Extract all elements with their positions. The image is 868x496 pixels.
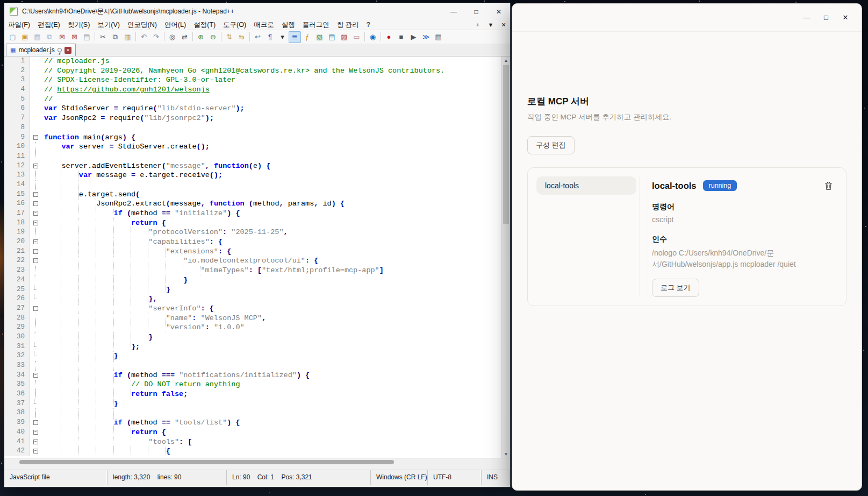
maximize-button[interactable]: □ [465,3,487,20]
menu-item[interactable]: 창 관리 [333,20,363,30]
document-map-icon[interactable]: ▧ [313,31,326,43]
folder-as-workspace-icon[interactable]: ▨ [338,31,350,43]
fold-collapse-button[interactable]: – [30,247,41,257]
menu-item[interactable]: 인코딩(N) [124,20,161,30]
view-logs-button[interactable]: 로그 보기 [652,279,699,297]
copy-icon[interactable]: ⧉ [109,31,121,43]
sync-horizontal-scroll-icon[interactable]: ⇆ [235,31,248,43]
file-switcher-icon[interactable]: ▭ [350,31,363,43]
fold-collapse-button[interactable]: – [30,304,41,314]
close-button[interactable]: ✕ [836,9,855,27]
fold-collapse-button[interactable]: – [30,428,41,437]
code-line: 30} [4,332,501,342]
delete-server-button[interactable] [822,180,834,192]
menu-item[interactable]: 보기(V) [94,20,124,30]
save-all-icon[interactable]: ⧉ [44,31,56,43]
monitoring-eye-icon[interactable]: ◉ [367,31,379,43]
undo-icon[interactable]: ↶ [138,31,150,43]
horizontal-scrollbar-thumb[interactable] [19,460,394,464]
vertical-scrollbar[interactable]: ▲ ▼ [501,56,510,458]
fold-collapse-button[interactable]: – [30,447,41,456]
menu-item[interactable]: 도구(O) [219,20,250,30]
zoom-out-icon[interactable]: ⊖ [207,31,219,43]
server-list-item[interactable]: local-tools [536,176,636,195]
menu-item[interactable]: 설정(T) [190,20,219,30]
tab-label: mcploader.js [18,46,54,54]
close-document-button[interactable]: ✕ [497,22,510,29]
menu-item[interactable]: ? [363,20,374,29]
word-wrap-icon[interactable]: ↩ [252,31,264,43]
vertical-scrollbar-thumb[interactable] [503,65,509,224]
close-all-icon[interactable]: ⊠ [68,31,81,43]
horizontal-scrollbar[interactable] [4,458,510,465]
document-list-icon[interactable]: ▤ [326,31,338,43]
tab-mcploader[interactable]: ▦ mcploader.js ✕ [6,44,76,56]
code-editor[interactable]: 1// mcploader.js2// Copyright 2019-2026,… [4,56,510,458]
fold-collapse-button[interactable]: – [30,218,41,228]
indent-guide [44,228,61,237]
fold-collapse-button[interactable]: – [30,237,41,247]
indent-guide [61,275,78,285]
maximize-button[interactable]: □ [816,9,836,27]
tab-list-dropdown-icon[interactable]: ▼ [484,22,497,28]
macro-play-icon[interactable]: ▶ [407,31,420,43]
indent-guides-icon[interactable]: ≣ [289,31,301,43]
cut-icon[interactable]: ✂ [97,31,109,43]
macro-save-icon[interactable]: ▦ [432,31,444,43]
fold-collapse-button[interactable]: – [30,418,41,428]
indent-guide [44,199,61,209]
menu-item[interactable]: 매크로 [250,20,278,30]
paste-icon[interactable]: ▥ [121,31,134,43]
args-value: /nologo C:/Users/knh94/OneDrive/문서/GitHu… [652,247,821,270]
menu-item[interactable]: 실행 [278,20,299,30]
scroll-down-icon[interactable]: ▼ [502,450,510,458]
show-all-characters-icon[interactable]: ¶ [264,31,276,43]
scroll-up-icon[interactable]: ▲ [502,56,510,64]
macro-run-multiple-icon[interactable]: ≫ [420,31,432,43]
new-file-icon[interactable]: ▢ [6,31,19,43]
menu-item[interactable]: 찾기(S) [64,20,94,30]
fold-collapse-button[interactable]: – [30,371,41,380]
macro-record-icon[interactable]: ● [383,31,395,43]
menu-item[interactable]: 언어(L) [161,20,190,30]
macro-stop-icon[interactable]: ■ [395,31,407,43]
redo-icon[interactable]: ↷ [150,31,162,43]
new-tab-button[interactable]: + [471,22,484,28]
indent-guide [114,323,131,332]
edit-config-button[interactable]: 구성 편집 [527,136,575,154]
menu-item[interactable]: 편집(E) [34,20,64,30]
pin-icon[interactable] [58,48,62,52]
fold-collapse-button[interactable]: – [30,133,41,143]
zoom-in-icon[interactable]: ⊕ [195,31,207,43]
fold-collapse-button[interactable]: – [30,190,41,200]
open-file-icon[interactable]: ▣ [19,31,31,43]
tab-close-icon[interactable]: ✕ [64,47,71,54]
function-list-icon[interactable]: ƒ [301,31,313,43]
menubar: 파일(F)편집(E)찾기(S)보기(V)인코딩(N)언어(L)설정(T)도구(O… [4,20,510,30]
minimize-button[interactable]: — [797,9,816,27]
sync-vertical-scroll-icon[interactable]: ⇅ [223,31,235,43]
code-line: 16–JsonRpc2.extract(message, function (m… [4,199,501,209]
fold-collapse-button[interactable]: – [30,437,41,447]
menu-item[interactable]: 파일(F) [4,20,34,30]
close-icon[interactable]: ⊠ [56,31,68,43]
find-icon[interactable]: ◎ [166,31,178,43]
fold-collapse-button[interactable]: – [30,256,41,266]
toolbar-dropdown-icon[interactable]: ▾ [276,31,289,43]
close-button[interactable]: ✕ [487,3,510,20]
print-icon[interactable]: ▤ [81,31,93,43]
indent-guide [79,285,96,295]
line-number: 19 [4,228,30,237]
mcp-window-titlebar: — □ ✕ [512,4,862,32]
indent-guide [44,361,61,371]
minimize-button[interactable]: — [442,3,465,20]
code-line: 34–if (method === "notifications/initial… [4,371,501,380]
menu-item[interactable]: 플러그인 [299,20,333,30]
fold-collapse-button[interactable]: – [30,209,41,218]
save-icon[interactable]: ▦ [31,31,44,43]
fold-collapse-button[interactable]: – [30,199,41,209]
fold-margin [30,66,41,76]
indent-guide [79,314,96,323]
fold-collapse-button[interactable]: – [30,161,41,171]
replace-icon[interactable]: ⇄ [178,31,191,43]
